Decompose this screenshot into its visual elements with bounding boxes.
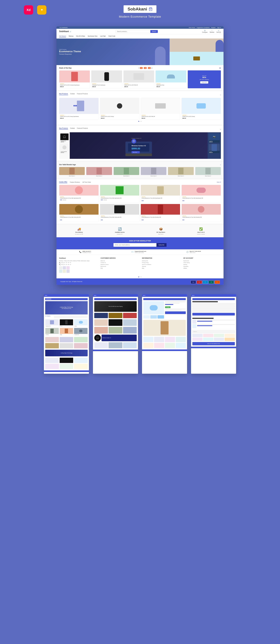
mockup-prod-6[interactable]: Headphones	[74, 328, 88, 336]
mockup-prod-2[interactable]: Phone	[60, 319, 73, 327]
deal-product-1[interactable]: ★★★★☆ Classic Air Pro 4272 Contrast Spor…	[59, 70, 90, 88]
brands-nav[interactable]: ›	[220, 164, 221, 166]
footer-link-contact[interactable]: Contact Us	[100, 262, 138, 263]
mockup-prod-1[interactable]: MacBook Pro	[45, 319, 59, 327]
brand-2[interactable]: Brand Name 2	[86, 167, 112, 176]
mockup-product-grid: MacBook Pro Phone Shoes	[45, 319, 88, 336]
pagination-dot-2[interactable]	[140, 121, 140, 122]
footer-link-wishlist[interactable]: Wishlist	[184, 264, 221, 265]
mockup-prod-5[interactable]: Bags	[60, 328, 73, 336]
deal-product-4-image	[156, 70, 186, 82]
footer-link-about[interactable]: About Us	[100, 260, 138, 262]
fashion-product-1[interactable]: NEW ★★★★☆ Classic Air Pro 4272 Cherry Sp…	[59, 98, 99, 120]
tab-outdate[interactable]: Outdate	[70, 93, 75, 95]
footer-link-account[interactable]: My Account	[184, 260, 221, 262]
featured-product-name: Windows Surface V2	[132, 145, 146, 146]
mockup-form-section	[192, 301, 235, 316]
combo-product-5[interactable]: ★★★★ Cherry Blossom & True Hills Cherry …	[59, 204, 99, 222]
nav-item-makeup[interactable]: Makeup	[69, 35, 74, 38]
electronics-sidebar-item-2[interactable]: Smart Speaker $199.00	[60, 144, 69, 154]
combo-tab-1[interactable]: Combo Offer	[59, 181, 67, 183]
footer-link-myaccount[interactable]: My Account	[100, 266, 138, 267]
fashion-nav-arrow[interactable]: ›	[220, 94, 221, 96]
nav-item-clash[interactable]: Clash Code	[108, 35, 115, 38]
tab-featured[interactable]: Featured Products	[77, 93, 88, 95]
topbar-link-3[interactable]: Register	[211, 27, 216, 28]
nav-item-kids[interactable]: Kids All & Baby	[76, 35, 85, 38]
combo-product-6-image	[100, 204, 139, 214]
tab-featured-2[interactable]: Featured Products	[77, 128, 88, 130]
mockup-nav-2	[94, 298, 137, 300]
tab-new-products-2[interactable]: New Products	[59, 128, 68, 130]
mockup-checkout: Search... SIGN UP FOR NEWSLETTER	[191, 294, 236, 374]
promo-card[interactable]: 8053 Off 80% OFF New Collection Shop Now	[188, 70, 221, 88]
footer-link-blog[interactable]: Blog	[142, 268, 180, 269]
footer-link-orders[interactable]: Order History	[184, 262, 221, 263]
footer-dot-3[interactable]	[141, 276, 142, 277]
timer-minutes: 56	[144, 67, 146, 69]
nav-item-hot-season[interactable]: Hot Season	[59, 35, 66, 38]
promo-shop-btn[interactable]: Shop Now	[200, 81, 208, 84]
brand-6[interactable]: Brand Name 6	[195, 167, 221, 176]
brand-4[interactable]: Brand Name 4	[141, 167, 166, 176]
footer-link-delivery[interactable]: Delivery & Terms	[100, 264, 138, 265]
deal-product-3[interactable]: ★★★★☆ Classic Air Pro 4272 PAS 05 $98.00	[124, 70, 154, 88]
electronics-nav-arrow[interactable]: ›	[220, 128, 221, 130]
mockup-footer-2	[93, 350, 138, 351]
combo-view-all[interactable]: View All	[217, 182, 221, 183]
footer-dot-2[interactable]	[140, 276, 140, 277]
cart-icon-item[interactable]: 🛒 Cart (0)	[216, 30, 221, 33]
combo-product-7[interactable]: ★★★★ Cherry Blossom & True Hits Rockford…	[141, 204, 180, 222]
topbar-link-1[interactable]: Store Hours	[189, 27, 195, 28]
topbar-link-2[interactable]: Suggestions Complaints	[196, 27, 210, 28]
featured-buy-btn[interactable]: Buy Now →	[132, 151, 140, 154]
electronics-sidebar-item-1[interactable]: 🎧 Headphones $299.00	[60, 133, 69, 143]
nav-item-sport[interactable]: Sportswear New	[88, 35, 98, 38]
electronics-right-item-2[interactable]: Jacket $199.00	[209, 144, 220, 154]
footer-link-affiliate[interactable]: Affiliate	[184, 268, 221, 269]
combo-tab-3[interactable]: All Time Order	[82, 182, 91, 183]
combo-tab-2[interactable]: Feature Reviews	[70, 182, 80, 183]
topbar-link-4[interactable]: Sign In	[217, 27, 221, 28]
deal-product-2[interactable]: ★★★★☆ Champion Front Underwear $98.00	[91, 70, 122, 88]
footer-dot-1[interactable]	[138, 276, 139, 277]
newsletter-subscribe-btn[interactable]: Subscribe	[156, 243, 166, 247]
newsletter-email-input[interactable]	[114, 243, 156, 247]
pagination-dot-3[interactable]	[141, 121, 142, 122]
mockup-prod-4[interactable]: Clothing	[45, 328, 59, 336]
combo-product-4[interactable]: ★★★★ Cherry Blossom & True Hills Sportsw…	[182, 185, 221, 202]
search-button[interactable]: Search	[150, 30, 158, 33]
combo-product-2[interactable]: ★★★★ Cherry Blossom & True Hills Sportsw…	[100, 185, 140, 202]
pagination-dot-1[interactable]	[138, 121, 139, 122]
tab-new-products[interactable]: New Products	[59, 93, 68, 95]
combo-product-6[interactable]: ★★★★ Cherry Blossom & True Hills Cherry …	[100, 204, 140, 222]
nav-item-lasthigh[interactable]: Last High	[100, 35, 106, 38]
brand-5[interactable]: Brand Name 5	[168, 167, 194, 176]
tab-outdate-2[interactable]: Outdate	[70, 128, 75, 130]
wishlist-icon-item[interactable]: ♡ Wishlist	[210, 30, 214, 33]
mockup-bottom-products	[45, 358, 88, 369]
fashion-product-3[interactable]: ★★★★☆ Classic Air Pro 4272 PAS 05 $98.00	[141, 98, 180, 120]
combo-product-3[interactable]: ★★★★ Cherry Blossom & True Hills Sportsw…	[141, 185, 180, 202]
fashion-product-2[interactable]: ★★★★☆ Classic Air Pro 4272 Cherry $98.00	[100, 98, 140, 120]
compare-icon-item[interactable]: ⚖️ Compare	[202, 30, 208, 33]
fashion-product-4[interactable]: ★★★★☆ Crêpe Air Pro 4272 Cherry $98.00	[182, 98, 221, 120]
footer-brand: SobAkani	[59, 257, 97, 259]
mockup-prod-3[interactable]: Shoes	[74, 319, 88, 327]
deal-product-4[interactable]: ★★★★☆ Sportswear New $98.00	[156, 70, 186, 88]
deals-nav-right[interactable]: ⊞	[219, 67, 221, 69]
electronics-right-item-1[interactable]: 📷 Camera $399.00	[209, 133, 220, 143]
combo-product-1-body: ★★★★ Cherry Blossom & True Hills Sportsw…	[59, 196, 98, 201]
footer-link-privacy[interactable]: Privacy Policy	[142, 262, 180, 263]
brand-3[interactable]: Brand Name 3	[114, 167, 139, 176]
search-input[interactable]	[116, 30, 150, 33]
combo-product-8[interactable]: ★★★★ Cherry Blossom & True Hits Rockford…	[182, 204, 221, 222]
combo-product-1[interactable]: ★★★★ Cherry Blossom & True Hills Sportsw…	[59, 185, 99, 202]
footer-link-terms[interactable]: Terms & Conditions	[142, 264, 180, 265]
footer-link-sitemap[interactable]: Sitemap	[142, 266, 180, 267]
footer-link-faq[interactable]: FAQ	[100, 268, 138, 269]
footer-link-newsletter[interactable]: Newsletter	[184, 266, 221, 267]
footer-link-delivery-info[interactable]: Delivery Info	[142, 260, 180, 262]
brand-1[interactable]: Brand Name 1	[59, 167, 85, 176]
footer-brand-col: SobAkani Monday - Friday: 8:00-18:00, Ad…	[59, 257, 97, 273]
